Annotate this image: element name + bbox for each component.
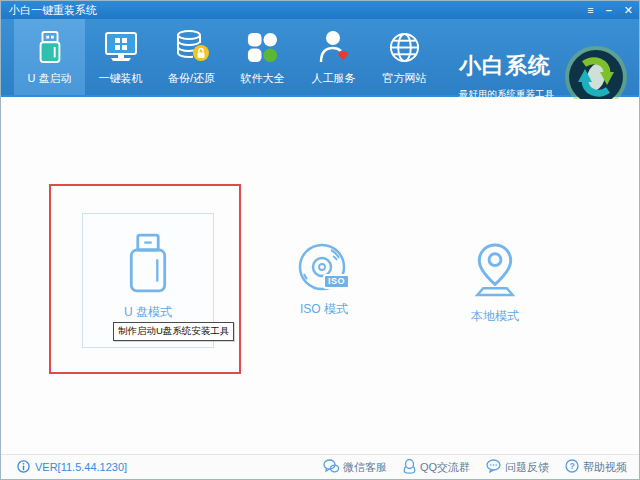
usb-drive-icon — [34, 28, 66, 66]
database-lock-icon — [174, 28, 210, 66]
window-title: 小白一键重装系统 — [1, 3, 97, 18]
version-text: VER[11.5.44.1230] — [35, 461, 127, 473]
toolbar-item-usb-boot[interactable]: U 盘启动 — [14, 19, 85, 95]
qq-group-link[interactable]: QQ交流群 — [403, 459, 470, 476]
status-link-label: QQ交流群 — [420, 460, 470, 475]
feedback-link[interactable]: 问题反馈 — [486, 459, 549, 475]
toolbar-item-software-collection[interactable]: 软件大全 — [227, 19, 298, 95]
status-link-label: 问题反馈 — [505, 460, 549, 475]
local-mode-label: 本地模式 — [471, 308, 519, 325]
iso-disc-icon: ISO — [297, 241, 351, 295]
question-circle-icon: ? — [565, 459, 579, 475]
toolbar-item-label: 备份/还原 — [168, 71, 215, 86]
brand-block: 小白系统 最好用的系统重装工具 — [459, 51, 554, 101]
comment-dots-icon — [486, 459, 501, 475]
info-icon — [17, 460, 30, 475]
toolbar-item-one-click-install[interactable]: 一键装机 — [85, 19, 156, 95]
toolbar-item-label: 官方网站 — [383, 71, 427, 86]
menu-icon[interactable]: ≡ — [587, 1, 593, 19]
toolbar-item-label: 人工服务 — [312, 71, 356, 86]
toolbar-items: U 盘启动 一键装机 — [14, 19, 440, 95]
brand-name: 小白系统 — [459, 51, 554, 81]
toolbar-item-label: U 盘启动 — [28, 71, 72, 86]
usb-mode-tooltip: 制作启动U盘系统安装工具 — [113, 322, 234, 341]
status-link-label: 微信客服 — [343, 460, 387, 475]
mode-local[interactable]: 本地模式 — [445, 241, 545, 325]
person-heart-icon — [317, 28, 351, 66]
iso-badge: ISO — [323, 274, 350, 289]
toolbar: U 盘启动 一键装机 — [1, 19, 639, 97]
wechat-icon — [323, 459, 339, 476]
statusbar: VER[11.5.44.1230] 微信客服 — [1, 454, 639, 479]
toolbar-item-label: 一键装机 — [99, 71, 143, 86]
status-link-label: 帮助视频 — [583, 460, 627, 475]
qq-penguin-icon — [403, 459, 416, 476]
iso-mode-label: ISO 模式 — [300, 301, 348, 318]
version-info[interactable]: VER[11.5.44.1230] — [17, 460, 127, 475]
mode-iso[interactable]: ISO ISO 模式 — [274, 241, 374, 318]
toolbar-item-backup-restore[interactable]: 备份/还原 — [156, 19, 227, 95]
status-links: 微信客服 QQ交流群 — [323, 459, 627, 476]
toolbar-item-label: 软件大全 — [241, 71, 285, 86]
usb-mode-icon — [122, 232, 174, 298]
wechat-support-link[interactable]: 微信客服 — [323, 459, 387, 476]
app-window: 小白一键重装系统 ≡ – ✕ U 盘启动 — [0, 0, 640, 480]
window-controls: ≡ – ✕ — [587, 1, 633, 19]
toolbar-item-human-service[interactable]: 人工服务 — [298, 19, 369, 95]
toolbar-item-official-website[interactable]: 官方网站 — [369, 19, 440, 95]
svg-text:?: ? — [569, 461, 574, 471]
titlebar[interactable]: 小白一键重装系统 ≡ – ✕ — [1, 1, 639, 19]
globe-icon — [388, 28, 421, 66]
close-icon[interactable]: ✕ — [624, 1, 633, 19]
help-video-link[interactable]: ? 帮助视频 — [565, 459, 627, 475]
location-pin-icon — [470, 241, 520, 302]
clover-apps-icon — [246, 28, 279, 66]
usb-mode-label: U 盘模式 — [124, 304, 172, 321]
minimize-icon[interactable]: – — [606, 1, 612, 19]
monitor-windows-icon — [103, 28, 139, 66]
